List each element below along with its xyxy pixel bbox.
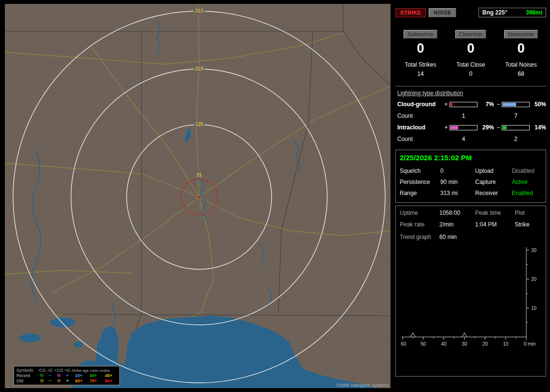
ring-label-125: 125 bbox=[195, 122, 203, 127]
ic-plus-pct: 29% bbox=[478, 124, 495, 131]
uptime-value: 1058:00 bbox=[439, 210, 475, 216]
total-strikes-label: Total Strikes bbox=[395, 61, 446, 68]
receiver-value: Enabled bbox=[512, 190, 542, 196]
capture-label: Capture bbox=[475, 179, 512, 185]
noises-per-min-value: 0 bbox=[496, 40, 546, 56]
ic-minus-sign: − bbox=[495, 124, 502, 131]
cg-plus-bar bbox=[449, 102, 478, 107]
trend-graph-label: Trend graph bbox=[400, 234, 439, 240]
close-per-min-badge: Close/min bbox=[455, 30, 487, 39]
x-tick-60: 60 bbox=[401, 341, 406, 347]
cloud-ground-count-row: Count 1 7 bbox=[395, 110, 546, 122]
noises-counter-col: Noises/min 0 Total Noises 68 bbox=[496, 30, 546, 77]
old-pcg-icon: ⊕ bbox=[54, 378, 63, 383]
legend-header-pcg: +CG bbox=[54, 368, 63, 373]
peak-rate-value: 2/min bbox=[439, 221, 475, 228]
cg-plus-bar-fill bbox=[450, 103, 452, 106]
upload-value: Disabled bbox=[512, 168, 542, 174]
cg-plus-count: 1 bbox=[449, 112, 478, 119]
uptime-label: Uptime bbox=[400, 210, 439, 216]
capture-value: Active bbox=[512, 179, 542, 185]
cg-minus-bar-fill bbox=[503, 103, 516, 106]
plot-value: Strike bbox=[515, 221, 542, 228]
legend-header-ncg: -CG bbox=[38, 368, 46, 373]
intracloud-label: Intracloud bbox=[397, 124, 443, 131]
trend-window-value: 60 min bbox=[439, 234, 542, 240]
y-tick-20: 20 bbox=[531, 277, 537, 282]
total-close-label: Total Close bbox=[446, 61, 496, 68]
ic-minus-bar-fill bbox=[503, 126, 507, 129]
strikes-per-min-value: 0 bbox=[395, 40, 446, 56]
ic-minus-bar bbox=[502, 125, 530, 130]
legend-recent-label: Recent bbox=[16, 373, 38, 378]
status-grid: Squelch 0 Upload Disabled Persistence 90… bbox=[400, 168, 542, 196]
recent-nic-icon: − bbox=[46, 373, 54, 378]
strike-button[interactable]: STRIKE bbox=[395, 8, 426, 17]
cg-minus-count: 7 bbox=[502, 112, 530, 119]
cg-plus-pct: 7% bbox=[478, 101, 495, 108]
strikes-counter-col: Strikes/min 0 Total Strikes 14 bbox=[395, 30, 446, 77]
peak-rate-label: Peak rate bbox=[400, 221, 439, 228]
squelch-value: 0 bbox=[440, 168, 475, 174]
trend-graph: 30 20 10 60 50 40 30 20 10 0 min bbox=[400, 242, 541, 362]
x-tick-40: 40 bbox=[441, 341, 447, 347]
bearing-display: Bng 225° 398mi bbox=[478, 8, 546, 17]
ring-label-219: 219 bbox=[195, 66, 203, 71]
rate-counters: Strikes/min 0 Total Strikes 14 Close/min… bbox=[395, 30, 546, 77]
upload-label: Upload bbox=[475, 168, 512, 174]
trend-graph-row: Trend graph 60 min bbox=[400, 234, 542, 240]
age-code-15: 15+ bbox=[72, 373, 86, 378]
cg-plus-sign: + bbox=[443, 101, 449, 108]
total-noises-value: 68 bbox=[496, 70, 546, 77]
old-ncg-icon: ⊖ bbox=[38, 378, 46, 383]
distribution-title: Lightning type distribution bbox=[397, 90, 546, 97]
noises-per-min-badge: Noises/min bbox=[504, 30, 538, 39]
trend-x-labels: 60 50 40 30 20 10 0 min bbox=[401, 341, 536, 347]
total-noises-label: Total Noises bbox=[496, 61, 546, 68]
cg-minus-sign: − bbox=[495, 101, 502, 108]
x-tick-10: 10 bbox=[503, 341, 509, 347]
legend-symbols-title: Symbols bbox=[16, 368, 38, 373]
ic-minus-count: 2 bbox=[502, 136, 530, 142]
range-label: Range bbox=[400, 190, 440, 196]
x-tick-30: 30 bbox=[462, 341, 467, 347]
peak-time-value: 1:04 PM bbox=[475, 221, 515, 228]
lightning-map[interactable]: 313 219 125 31 Symbols -CG -IC +CG +IC S… bbox=[5, 4, 391, 388]
x-tick-50: 50 bbox=[420, 341, 426, 347]
close-counter-col: Close/min 0 Total Close 0 bbox=[446, 30, 496, 77]
legend-header-nic: -IC bbox=[46, 368, 54, 373]
copyright-attribution: ©2005 Astrogenic Systems bbox=[336, 383, 389, 388]
total-close-value: 0 bbox=[446, 70, 496, 77]
y-tick-30: 30 bbox=[531, 248, 537, 253]
map-canvas: 313 219 125 31 bbox=[5, 4, 391, 388]
intracloud-row: Intracloud + 29% − 14% bbox=[395, 122, 546, 133]
legend-old-label: Old bbox=[16, 378, 38, 383]
age-code-75: 75+ bbox=[86, 378, 101, 383]
recent-ncg-icon: ⊖ bbox=[38, 373, 46, 378]
noise-button[interactable]: NOISE bbox=[429, 8, 456, 17]
total-strikes-value: 14 bbox=[395, 70, 446, 77]
y-tick-10: 10 bbox=[531, 306, 537, 311]
old-nic-icon: − bbox=[46, 378, 54, 383]
map-legend: Symbols -CG -IC +CG +IC Strike age color… bbox=[14, 366, 120, 385]
ic-plus-count: 4 bbox=[449, 136, 478, 142]
peak-time-label: Peak time bbox=[475, 210, 515, 216]
legend-header-pic: +IC bbox=[63, 368, 72, 373]
receiver-label: Receiver bbox=[475, 190, 512, 196]
range-value: 313 mi bbox=[440, 190, 475, 196]
x-tick-20: 20 bbox=[482, 341, 488, 347]
lightning-distribution: Lightning type distribution Cloud-ground… bbox=[395, 86, 546, 145]
cloud-ground-row: Cloud-ground + 7% − 50% bbox=[395, 98, 546, 110]
current-datetime: 2/25/2026 2:15:02 PM bbox=[400, 154, 542, 162]
trend-axes bbox=[402, 247, 529, 340]
stats-grid: Uptime 1058:00 Peak time Plot Peak rate … bbox=[400, 210, 542, 228]
age-code-30: 30+ bbox=[86, 373, 101, 378]
age-code-90: 90+ bbox=[101, 378, 117, 383]
ring-label-31: 31 bbox=[196, 172, 202, 178]
intracloud-count-row: Count 4 2 bbox=[395, 133, 546, 145]
age-code-60: 60+ bbox=[72, 378, 86, 383]
recent-pcg-icon: ⊕ bbox=[54, 373, 63, 378]
ic-plus-bar bbox=[449, 125, 478, 130]
ic-count-label: Count bbox=[397, 136, 443, 142]
plot-label: Plot bbox=[515, 210, 542, 216]
